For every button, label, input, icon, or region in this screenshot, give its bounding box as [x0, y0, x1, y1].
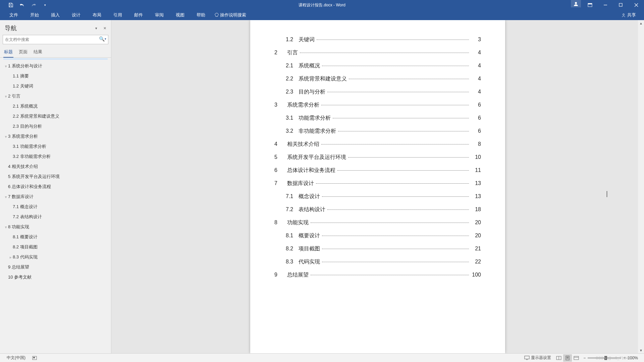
nav-item-label: 3 系统需求分析 — [8, 133, 38, 139]
nav-close-icon[interactable]: ✕ — [103, 26, 106, 31]
nav-item[interactable]: 7.2 表结构设计 — [0, 212, 111, 222]
svg-point-0 — [575, 2, 577, 4]
undo-icon[interactable] — [19, 2, 25, 8]
nav-item[interactable]: ▹8.3 代码实现 — [0, 252, 111, 262]
nav-item-label: 5 系统开发平台及运行环境 — [8, 174, 60, 180]
nav-item[interactable]: 6 总体设计和业务流程 — [0, 182, 111, 192]
zoom-level[interactable]: 100% — [628, 356, 638, 360]
caret-icon[interactable]: ▿ — [3, 135, 8, 138]
toc-entry[interactable]: 8.1概要设计20 — [274, 232, 481, 239]
nav-item[interactable]: 1.1 摘要 — [0, 71, 111, 81]
nav-item[interactable]: 5 系统开发平台及运行环境 — [0, 172, 111, 182]
title-bar: ▾ 课程设计报告.docx - Word — [0, 0, 644, 10]
toc-entry[interactable]: 7.2表结构设计18 — [274, 206, 481, 213]
redo-icon[interactable] — [31, 2, 36, 8]
macro-icon[interactable] — [29, 356, 40, 360]
nav-item[interactable]: 9 总结展望 — [0, 262, 111, 272]
view-read-mode[interactable] — [554, 354, 563, 362]
tell-me[interactable]: 操作说明搜索 — [211, 12, 250, 18]
nav-item[interactable]: 10 参考文献 — [0, 272, 111, 282]
nav-item[interactable]: 7.1 概念设计 — [0, 202, 111, 212]
nav-item[interactable]: ▿1 系统分析与设计 — [0, 61, 111, 71]
toc-entry[interactable]: 7数据库设计13 — [274, 180, 481, 187]
ribbon-tab-9[interactable]: 帮助 — [191, 10, 211, 20]
minimize-button[interactable] — [598, 0, 613, 10]
toc-entry[interactable]: 6总体设计和业务流程11 — [274, 167, 481, 174]
view-print-layout[interactable] — [563, 354, 572, 362]
toc-entry[interactable]: 7.1概念设计13 — [274, 193, 481, 200]
nav-item[interactable]: 2.2 系统背景和建设意义 — [0, 111, 111, 121]
zoom-out-button[interactable]: − — [583, 356, 586, 360]
toc-label: 总体设计和业务流程 — [287, 167, 335, 174]
toc-entry[interactable]: 2.3目的与分析4 — [274, 88, 481, 96]
nav-item[interactable]: 3.1 功能需求分析 — [0, 141, 111, 152]
toc-label: 关键词 — [299, 36, 315, 43]
caret-icon[interactable]: ▿ — [3, 95, 8, 98]
document-area[interactable]: 1.2关键词32引言42.1系统概况42.2系统背景和建设意义42.3目的与分析… — [111, 20, 644, 353]
toc-entry[interactable]: 8功能实现20 — [274, 219, 481, 226]
svg-rect-4 — [619, 3, 622, 6]
toc-entry[interactable]: 9总结展望100 — [274, 272, 481, 279]
ribbon-tab-3[interactable]: 设计 — [66, 10, 87, 20]
account-icon[interactable] — [571, 0, 581, 7]
nav-item[interactable]: ▿3 系统需求分析 — [0, 131, 111, 141]
toc-page-number: 10 — [471, 154, 481, 160]
toc-entry[interactable]: 8.2项目截图21 — [274, 245, 481, 252]
nav-item[interactable]: 2.1 系统概况 — [0, 101, 111, 111]
toc-entry[interactable]: 1.2关键词3 — [274, 36, 481, 43]
toc-entry[interactable]: 4相关技术介绍8 — [274, 141, 481, 148]
scroll-up-icon[interactable]: ▲ — [638, 20, 644, 26]
nav-item[interactable]: 8.2 项目截图 — [0, 242, 111, 252]
ribbon-tab-5[interactable]: 引用 — [107, 10, 128, 20]
document-page[interactable]: 1.2关键词32引言42.1系统概况42.2系统背景和建设意义42.3目的与分析… — [250, 20, 505, 353]
ribbon-tab-2[interactable]: 插入 — [45, 10, 66, 20]
view-web-layout[interactable] — [572, 354, 581, 362]
nav-item[interactable]: ▿8 功能实现 — [0, 222, 111, 232]
caret-icon[interactable]: ▹ — [8, 255, 13, 259]
ribbon-tab-7[interactable]: 审阅 — [149, 10, 170, 20]
toc-entry[interactable]: 3.2非功能需求分析6 — [274, 128, 481, 135]
nav-item[interactable]: 4 相关技术介绍 — [0, 162, 111, 172]
nav-tab-结果[interactable]: 结果 — [33, 47, 43, 57]
toc-entry[interactable]: 8.3代码实现22 — [274, 258, 481, 265]
ribbon-tab-4[interactable]: 布局 — [87, 10, 107, 20]
toc-entry[interactable]: 2.1系统概况4 — [274, 62, 481, 69]
zoom-in-button[interactable]: + — [623, 356, 626, 360]
nav-item[interactable]: 3.2 非功能需求分析 — [0, 152, 111, 162]
save-icon[interactable] — [8, 2, 13, 8]
toc-number: 8.1 — [286, 233, 299, 239]
nav-dropdown-icon[interactable]: ▾ — [95, 26, 97, 31]
caret-icon[interactable]: ▿ — [3, 225, 8, 229]
scroll-down-icon[interactable]: ▼ — [638, 347, 644, 353]
ribbon-tab-0[interactable]: 文件 — [3, 10, 24, 20]
search-icon[interactable]: 🔍▾ — [99, 36, 106, 42]
nav-item[interactable]: ▿7 数据库设计 — [0, 192, 111, 202]
toc-entry[interactable]: 5系统开发平台及运行环境10 — [274, 154, 481, 161]
language-status[interactable]: 中文(中国) — [3, 355, 29, 361]
ribbon-options-icon[interactable] — [582, 0, 598, 10]
caret-icon[interactable]: ▿ — [3, 195, 8, 199]
nav-search-input[interactable] — [3, 35, 108, 44]
close-button[interactable] — [629, 0, 644, 10]
nav-tab-页面[interactable]: 页面 — [18, 47, 28, 57]
toc-entry[interactable]: 2.2系统背景和建设意义4 — [274, 75, 481, 82]
zoom-slider[interactable] — [588, 357, 621, 359]
nav-tab-标题[interactable]: 标题 — [3, 47, 13, 58]
nav-item[interactable]: 2.3 目的与分析 — [0, 121, 111, 131]
maximize-button[interactable] — [613, 0, 629, 10]
nav-item[interactable]: ▿2 引言 — [0, 91, 111, 101]
nav-item[interactable]: 8.1 概要设计 — [0, 232, 111, 242]
toc-number: 7 — [274, 180, 287, 186]
toc-entry[interactable]: 2引言4 — [274, 49, 481, 56]
ribbon-tab-6[interactable]: 邮件 — [128, 10, 149, 20]
display-settings[interactable]: 显示器设置 — [521, 355, 554, 361]
ribbon-tab-8[interactable]: 视图 — [170, 10, 191, 20]
share-button[interactable]: 共享 — [616, 12, 641, 18]
caret-icon[interactable]: ▿ — [3, 64, 8, 68]
toc-entry[interactable]: 3系统需求分析6 — [274, 102, 481, 109]
nav-item[interactable]: 1.2 关键词 — [0, 81, 111, 91]
ribbon-tab-1[interactable]: 开始 — [24, 10, 45, 20]
vertical-scrollbar[interactable]: ▲ ▼ — [638, 20, 644, 353]
qat-dropdown-icon[interactable]: ▾ — [42, 2, 48, 8]
toc-entry[interactable]: 3.1功能需求分析6 — [274, 115, 481, 122]
